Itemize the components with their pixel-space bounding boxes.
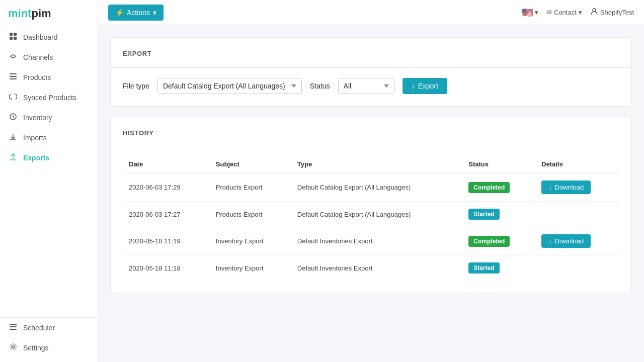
channels-icon (8, 52, 18, 62)
cell-status: Completed (462, 173, 535, 202)
cell-details (535, 255, 619, 281)
cell-subject: Inventory Export (210, 255, 291, 281)
status-label: Status (310, 82, 330, 90)
table-body: 2020-06-03 17:29 Products Export Default… (123, 173, 619, 281)
download-icon: ↓ (548, 184, 552, 191)
actions-chevron-icon: ▾ (153, 9, 156, 17)
sidebar-item-channels-label: Channels (23, 53, 53, 61)
sidebar-item-exports-label: Exports (23, 154, 49, 162)
cell-type: Default Inventories Export (291, 255, 463, 281)
content-area: EXPORT File type Default Catalog Export … (98, 25, 644, 362)
table-header: Date Subject Type Status Details (123, 155, 619, 173)
cell-date: 2020-06-03 17:29 (123, 173, 210, 202)
sidebar-item-imports[interactable]: Imports (0, 128, 98, 148)
sidebar-item-scheduler[interactable]: Scheduler (0, 318, 98, 338)
contact-chevron-icon: ▾ (579, 9, 582, 16)
cell-details (535, 202, 619, 227)
svg-rect-9 (10, 326, 17, 327)
products-icon (8, 72, 18, 82)
download-button[interactable]: ↓ Download (541, 234, 591, 248)
sidebar-bottom: Scheduler Settings (0, 317, 98, 362)
svg-rect-2 (10, 37, 13, 40)
status-badge-started: Started (468, 209, 499, 220)
logo: mintpim (0, 0, 98, 25)
cell-type: Default Catalog Export (All Languages) (291, 173, 463, 202)
cell-subject: Products Export (210, 173, 291, 202)
sidebar-item-products[interactable]: Products (0, 67, 98, 87)
language-chevron-icon: ▾ (535, 9, 538, 16)
download-icon: ↓ (548, 237, 552, 245)
table-row: 2020-05-18 11:19 Inventory Export Defaul… (123, 227, 619, 255)
table-row: 2020-06-03 17:29 Products Export Default… (123, 173, 619, 202)
export-button-label: Export (418, 82, 438, 90)
status-badge-started: Started (468, 262, 499, 274)
sidebar-item-inventory-label: Inventory (23, 114, 52, 122)
settings-icon (8, 343, 18, 353)
sidebar-item-imports-label: Imports (23, 134, 47, 142)
header: ⚡ Actions ▾ 🇺🇸 ▾ ✉ Contact ▾ ShopifyTest (98, 0, 644, 25)
sidebar-item-channels[interactable]: Channels (0, 47, 98, 67)
imports-icon (8, 133, 18, 143)
sidebar-nav: Dashboard Channels Products Synced Produ… (0, 25, 98, 317)
status-badge-completed: Completed (468, 236, 510, 247)
svg-rect-5 (10, 76, 17, 77)
contact-envelope-icon: ✉ (546, 9, 552, 16)
file-type-select[interactable]: Default Catalog Export (All Languages) D… (157, 78, 302, 94)
sidebar-item-exports[interactable]: Exports (0, 148, 98, 168)
download-label: Download (555, 237, 584, 245)
cell-status: Completed (462, 227, 535, 255)
flag-icon: 🇺🇸 (522, 7, 533, 18)
sidebar-item-products-label: Products (23, 73, 51, 81)
svg-rect-3 (14, 37, 17, 40)
cell-date: 2020-06-03 17:27 (123, 202, 210, 227)
export-card: EXPORT File type Default Catalog Export … (110, 37, 632, 107)
svg-point-11 (12, 346, 15, 348)
sidebar-item-synced-products[interactable]: Synced Products (0, 87, 98, 108)
logo-mint: mint (8, 7, 31, 20)
history-divider (111, 147, 631, 147)
svg-rect-4 (10, 73, 17, 74)
history-title: HISTORY (123, 129, 619, 137)
header-right: 🇺🇸 ▾ ✉ Contact ▾ ShopifyTest (522, 7, 634, 18)
download-label: Download (555, 184, 584, 191)
actions-label: Actions (127, 9, 150, 17)
actions-button[interactable]: ⚡ Actions ▾ (108, 5, 164, 21)
user-label: ShopifyTest (600, 9, 634, 16)
export-download-icon: ↓ (412, 82, 415, 90)
status-select[interactable]: All Completed Started (338, 78, 394, 94)
contact-button[interactable]: ✉ Contact ▾ (546, 9, 582, 16)
svg-rect-8 (10, 324, 17, 325)
cell-type: Default Inventories Export (291, 227, 463, 255)
cell-date: 2020-05-18 11:19 (123, 227, 210, 255)
cell-status: Started (462, 202, 535, 227)
svg-rect-0 (10, 33, 13, 36)
sidebar-item-inventory[interactable]: Inventory (0, 108, 98, 128)
col-subject: Subject (210, 155, 291, 173)
col-date: Date (123, 155, 210, 173)
col-status: Status (462, 155, 535, 173)
export-divider (111, 67, 631, 68)
table-row: 2020-06-03 17:27 Products Export Default… (123, 202, 619, 227)
cell-subject: Products Export (210, 202, 291, 227)
export-title: EXPORT (123, 50, 619, 57)
scheduler-icon (8, 323, 18, 333)
user-menu-button[interactable]: ShopifyTest (590, 8, 634, 17)
logo-pim: pim (31, 7, 51, 20)
sidebar-item-dashboard-label: Dashboard (23, 33, 58, 41)
sidebar-item-settings-label: Settings (23, 344, 49, 352)
svg-rect-10 (10, 329, 17, 330)
table-row: 2020-05-18 11:18 Inventory Export Defaul… (123, 255, 619, 281)
download-button[interactable]: ↓ Download (541, 180, 591, 194)
table-header-row: Date Subject Type Status Details (123, 155, 619, 173)
exports-icon (8, 153, 18, 163)
actions-bolt-icon: ⚡ (115, 9, 124, 17)
sidebar-item-settings[interactable]: Settings (0, 338, 98, 358)
sidebar-item-dashboard[interactable]: Dashboard (0, 27, 98, 47)
cell-details: ↓ Download (535, 173, 619, 202)
col-type: Type (291, 155, 463, 173)
cell-status: Started (462, 255, 535, 281)
language-selector[interactable]: 🇺🇸 ▾ (522, 7, 538, 18)
export-button[interactable]: ↓ Export (403, 78, 447, 94)
status-badge-completed: Completed (468, 182, 510, 193)
svg-rect-6 (10, 78, 17, 79)
